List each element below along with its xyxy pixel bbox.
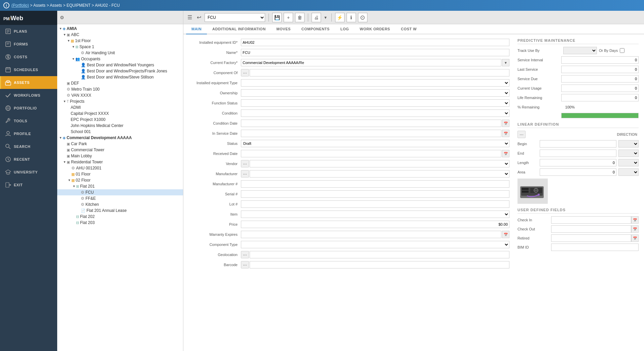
tree-item-mainlobby[interactable]: ▣ Main Lobby	[57, 153, 183, 159]
tab-main[interactable]: MAIN	[186, 24, 207, 34]
tree-item-ahu[interactable]: ⚙ Air Handing Unit	[57, 50, 183, 56]
tree-item-metro[interactable]: ⚙ Metro Train 100	[57, 86, 183, 92]
tree-item-flat203[interactable]: ⊟ Flat 203	[57, 220, 183, 226]
name-input[interactable]	[241, 49, 509, 56]
bim-id-input[interactable]	[551, 244, 639, 251]
tree-item-space1[interactable]: ▼ ⊞ Space 1	[57, 44, 183, 50]
tab-additional[interactable]: ADDITIONAL INFORMATION	[207, 24, 271, 34]
received-date-input[interactable]	[241, 150, 501, 157]
info-icon[interactable]: i	[3, 2, 9, 8]
check-in-input[interactable]	[551, 216, 631, 224]
info-btn[interactable]: ℹ	[347, 13, 356, 22]
sidebar-item-search[interactable]: SEARCH	[0, 140, 57, 153]
tree-item-occ3[interactable]: 👤 Best Door and Window/Steve Stillson	[57, 74, 183, 80]
tree-item-occupants[interactable]: ▼ 👥 Occupants	[57, 56, 183, 62]
received-date-cal[interactable]: 📅	[502, 150, 509, 157]
sidebar-item-assets[interactable]: ASSETS	[0, 76, 57, 89]
filter-icon[interactable]: ⚙	[60, 15, 64, 20]
area-input[interactable]	[540, 168, 616, 176]
end-select[interactable]	[618, 150, 639, 157]
tree-item-ffanme[interactable]: ⚙ FF&E	[57, 195, 183, 201]
or-by-days-checkbox[interactable]	[620, 48, 624, 53]
sidebar-item-forms[interactable]: FORMS	[0, 38, 57, 51]
tree-item-admi[interactable]: ADMI	[57, 104, 183, 110]
toggle-abc[interactable]: ▼	[63, 33, 67, 36]
end-input1[interactable]	[540, 150, 616, 157]
length-input[interactable]	[540, 159, 616, 166]
tree-item-fcu[interactable]: ⚙ FCU	[57, 189, 183, 195]
status-select[interactable]: Draft	[241, 140, 509, 147]
manufacturer-select[interactable]	[250, 170, 509, 178]
record-dropdown[interactable]: FCU	[205, 13, 265, 22]
vendor-dots-btn[interactable]: ···	[241, 160, 249, 167]
retired-cal[interactable]: 📅	[631, 234, 639, 242]
component-of-input[interactable]	[250, 69, 509, 76]
print-dropdown-arrow[interactable]: ▼	[323, 15, 328, 20]
serial-hash-input[interactable]	[241, 190, 509, 198]
toggle-amia[interactable]: ▼	[59, 27, 63, 30]
sidebar-item-tools[interactable]: TOOLS	[0, 115, 57, 127]
tab-components[interactable]: COMPONENTS	[296, 24, 335, 34]
item-select[interactable]	[241, 211, 509, 218]
tree-item-flat201[interactable]: ▼ ⊞ Flat 201	[57, 183, 183, 189]
tree-item-ahu0012001[interactable]: ⚙ AHU 0012001	[57, 165, 183, 171]
manufacturer-dots-btn[interactable]: ···	[241, 170, 249, 178]
tree-item-1stfloor[interactable]: ▼ ▦ 1st Floor	[57, 38, 183, 44]
vendor-select[interactable]	[250, 160, 509, 167]
tree-item-02floor[interactable]: ▼ ▦ 02 Floor	[57, 177, 183, 183]
toggle-button[interactable]: ⊙	[358, 13, 367, 22]
factory-dropdown-btn[interactable]: ▼	[502, 59, 509, 66]
tree-item-01floor[interactable]: ▦ 01 Floor	[57, 171, 183, 177]
price-input[interactable]	[241, 221, 509, 228]
tree-item-jhmc[interactable]: John Hopkins Medical Center	[57, 123, 183, 129]
tree-item-school[interactable]: School 001	[57, 129, 183, 135]
linear-dots-btn[interactable]: ···	[517, 131, 526, 138]
installed-id-input[interactable]	[241, 39, 509, 46]
track-use-by-select[interactable]	[563, 47, 597, 54]
warranty-input[interactable]	[241, 231, 501, 238]
retired-input[interactable]	[551, 234, 631, 242]
sidebar-item-recent[interactable]: RECENT	[0, 153, 57, 166]
barcode-dots-btn[interactable]: ···	[241, 261, 249, 268]
tree-item-projects[interactable]: ▼ T Projects	[57, 98, 183, 104]
tree-item-commtower[interactable]: ▣ Commercial Tower	[57, 147, 183, 153]
tree-item-occ1[interactable]: 👤 Best Door and Window/Neil Youngers	[57, 62, 183, 68]
tab-workorders[interactable]: WORK ORDERS	[354, 24, 395, 34]
toggle-02floor[interactable]: ▼	[67, 179, 71, 182]
delete-button[interactable]: 🗑	[295, 13, 305, 22]
condition-date-cal[interactable]: 📅	[502, 120, 509, 127]
toggle-projects[interactable]: ▼	[63, 100, 67, 103]
sidebar-item-plans[interactable]: PLANS	[0, 25, 57, 38]
tree-item-carpark[interactable]: ▣ Car Park	[57, 141, 183, 147]
inservice-date-input[interactable]	[241, 130, 501, 137]
tree-item-van[interactable]: ⚙ VAN XXXX	[57, 92, 183, 98]
service-interval-input[interactable]	[561, 56, 639, 64]
portfolio-link[interactable]: (Portfolio)	[11, 3, 29, 8]
print-button[interactable]: 🖨	[312, 13, 321, 22]
function-status-select[interactable]	[241, 99, 509, 107]
toggle-flat201[interactable]: ▼	[72, 185, 76, 188]
tree-item-occ2[interactable]: 👤 Best Door and Window/Projects/Frank Jo…	[57, 68, 183, 74]
check-in-cal[interactable]: 📅	[631, 216, 639, 224]
barcode-input[interactable]	[250, 261, 509, 268]
tree-item-comdev[interactable]: ▼ ◈ Commercial Development AAAAA	[57, 135, 183, 141]
tab-log[interactable]: LOG	[335, 24, 354, 34]
tree-item-restower[interactable]: ▼ ▣ Residential Tower	[57, 159, 183, 165]
lot-hash-input[interactable]	[241, 200, 509, 208]
current-usage-input[interactable]	[561, 85, 639, 92]
tree-item-flat201lease[interactable]: 📄 Flat 201 Annual Lease	[57, 208, 183, 214]
check-out-cal[interactable]: 📅	[631, 225, 639, 233]
manufacturer-hash-input[interactable]	[241, 180, 509, 188]
list-icon[interactable]: ☰	[186, 13, 193, 21]
tree-item-epc[interactable]: EPC Project X1000	[57, 117, 183, 123]
geolocation-dots-btn[interactable]: ···	[241, 251, 249, 258]
service-due-input[interactable]	[561, 75, 639, 83]
toggle-space1[interactable]: ▼	[71, 45, 75, 49]
condition-date-input[interactable]	[241, 120, 501, 127]
toggle-restower[interactable]: ▼	[63, 160, 67, 164]
inservice-date-cal[interactable]: 📅	[502, 130, 509, 137]
begin-select[interactable]	[618, 140, 639, 148]
tree-item-capital[interactable]: Capital Project XXXX	[57, 110, 183, 117]
sidebar-item-profile[interactable]: PROFILE	[0, 127, 57, 140]
toggle-comdev[interactable]: ▼	[59, 136, 63, 139]
